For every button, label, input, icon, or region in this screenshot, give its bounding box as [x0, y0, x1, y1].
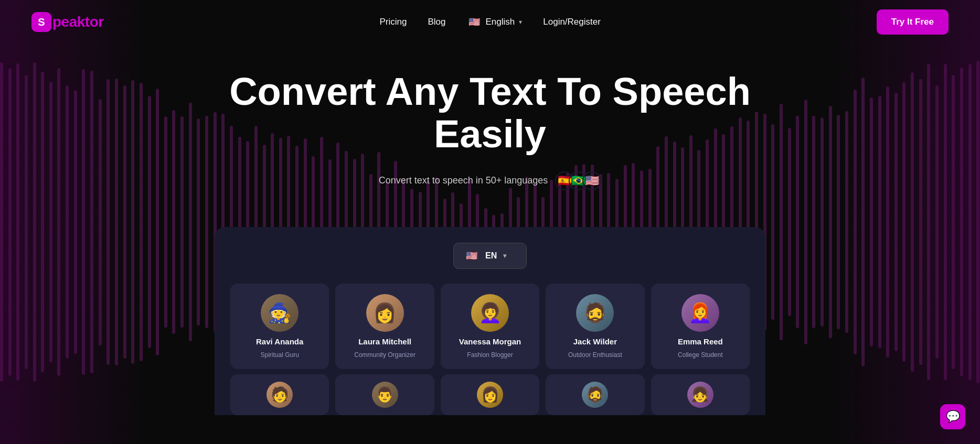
language-selector[interactable]: 🇺🇸 English ▾ — [467, 15, 523, 29]
flag-usa: 🇺🇸 — [582, 171, 601, 190]
voice-card-sm-r2c[interactable]: 👩 — [441, 374, 539, 415]
voice-name-ravi: Ravi Ananda — [256, 337, 303, 346]
flags-group: 🇪🇸 🇧🇷 🇺🇸 — [555, 171, 601, 190]
avatar-emma: 👩‍🦰 — [681, 294, 719, 332]
voice-cards-row-2: 🧑 👨 👩 🧔 👧 — [230, 374, 750, 415]
chat-icon: 💬 — [946, 410, 960, 424]
avatar-sm-r2c: 👩 — [477, 382, 503, 408]
voice-name-emma: Emma Reed — [678, 337, 723, 346]
blog-link[interactable]: Blog — [428, 17, 445, 27]
lang-flag-icon: 🇺🇸 — [464, 248, 479, 263]
voice-role-emma: College Student — [678, 351, 722, 359]
voice-card-emma[interactable]: 👩‍🦰 Emma Reed College Student — [651, 284, 750, 369]
lang-selector: 🇺🇸 EN ▾ — [230, 243, 750, 269]
hero-section: Convert Any Text To Speech Easily Conver… — [0, 44, 980, 227]
app-window: 🇺🇸 EN ▾ 🧙 Ravi Ananda Spiritual Guru 👩 L… — [215, 227, 765, 415]
navbar: S peaktor Pricing Blog 🇺🇸 English ▾ Logi… — [0, 0, 980, 44]
avatar-sm-r2b: 👨 — [372, 382, 398, 408]
avatar-sm-r2a: 🧑 — [267, 382, 293, 408]
avatar-sm-r2d: 🧔 — [582, 382, 608, 408]
voice-card-ravi[interactable]: 🧙 Ravi Ananda Spiritual Guru — [230, 284, 329, 369]
login-register-link[interactable]: Login/Register — [543, 17, 601, 27]
voice-card-sm-r2b[interactable]: 👨 — [335, 374, 434, 415]
voice-role-jack: Outdoor Enthusiast — [568, 351, 622, 359]
logo[interactable]: S peaktor — [31, 12, 104, 32]
voice-name-vanessa: Vanessa Morgan — [459, 337, 521, 346]
logo-icon: S — [31, 12, 51, 32]
language-label: English — [486, 17, 515, 27]
voice-card-sm-r2e[interactable]: 👧 — [651, 374, 750, 415]
flag-icon: 🇺🇸 — [467, 15, 482, 29]
hero-subtitle: Convert text to speech in 50+ languages … — [10, 171, 970, 190]
voice-card-laura[interactable]: 👩 Laura Mitchell Community Organizer — [335, 284, 434, 369]
voice-role-vanessa: Fashion Blogger — [467, 351, 513, 359]
chat-widget-button[interactable]: 💬 — [940, 404, 965, 429]
avatar-laura: 👩 — [366, 294, 404, 332]
pricing-link[interactable]: Pricing — [380, 17, 407, 27]
avatar-sm-r2e: 👧 — [687, 382, 713, 408]
voice-name-jack: Jack Wilder — [573, 337, 617, 346]
voice-role-laura: Community Organizer — [354, 351, 416, 359]
avatar-jack: 🧔 — [576, 294, 614, 332]
avatar-ravi: 🧙 — [261, 294, 299, 332]
avatar-vanessa: 👩‍🦱 — [471, 294, 509, 332]
voice-card-vanessa[interactable]: 👩‍🦱 Vanessa Morgan Fashion Blogger — [441, 284, 539, 369]
chevron-down-icon: ▾ — [519, 18, 522, 26]
voice-card-sm-r2a[interactable]: 🧑 — [230, 374, 329, 415]
try-it-free-button[interactable]: Try It Free — [877, 9, 949, 35]
voice-cards-row: 🧙 Ravi Ananda Spiritual Guru 👩 Laura Mit… — [230, 284, 750, 369]
lang-chevron-icon: ▾ — [503, 252, 506, 259]
voice-card-jack[interactable]: 🧔 Jack Wilder Outdoor Enthusiast — [546, 284, 644, 369]
voice-name-laura: Laura Mitchell — [358, 337, 411, 346]
logo-text: peaktor — [52, 14, 104, 30]
voice-card-sm-r2d[interactable]: 🧔 — [546, 374, 644, 415]
nav-links: Pricing Blog 🇺🇸 English ▾ Login/Register — [380, 15, 601, 29]
lang-dropdown[interactable]: 🇺🇸 EN ▾ — [453, 243, 527, 269]
voice-role-ravi: Spiritual Guru — [261, 351, 299, 359]
hero-headline: Convert Any Text To Speech Easily — [201, 70, 779, 156]
lang-code-label: EN — [485, 251, 497, 261]
